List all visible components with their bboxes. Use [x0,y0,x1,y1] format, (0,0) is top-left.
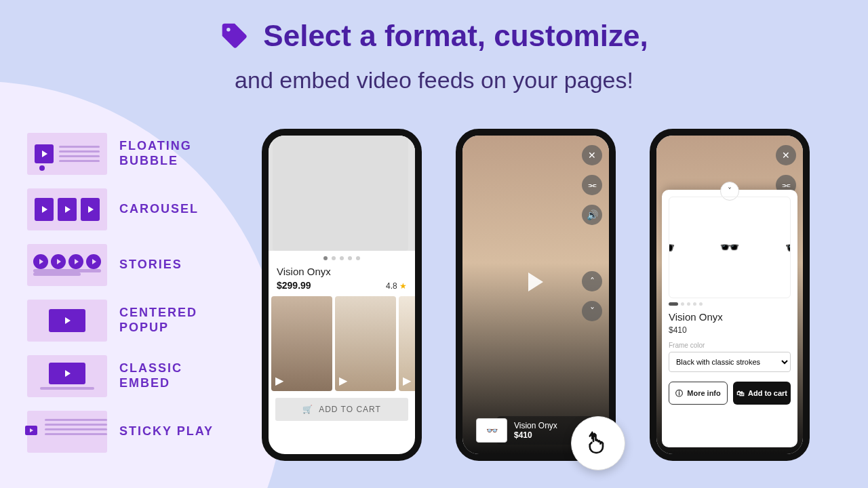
format-sticky-play[interactable]: STICKY PLAY [27,411,214,453]
product-image-carousel[interactable]: 🕶️ 🕶️ 🕶️ [669,197,791,298]
format-list: FLOATING BUBBLE CAROUSEL STORIES CENTERE… [27,133,214,453]
product-price: $410 [514,430,557,440]
chevron-up-icon[interactable]: ˄ [582,271,602,291]
chevron-down-icon[interactable]: ˅ [582,301,602,321]
phone-preview-product-page: Vision Onyx $299.99 4.8 ★ ▶ ▶ ▶ 🛒 ADD TO… [262,129,422,461]
format-label: FLOATING BUBBLE [119,139,214,168]
variant-select[interactable]: Black with classic strokes [669,352,791,372]
video-thumb[interactable]: ▶ [399,296,415,391]
close-icon[interactable]: ✕ [582,145,602,165]
format-label: STORIES [119,258,182,272]
play-icon[interactable] [528,272,543,291]
close-icon[interactable]: ✕ [776,145,796,165]
share-icon[interactable]: ⫘ [582,175,602,195]
video-thumb-row[interactable]: ▶ ▶ ▶ [269,293,415,391]
phone-preview-fullscreen-video: ✕ ⫘ 🔊 ˄ ˅ 👓 Vision Onyx $410 [456,129,616,461]
tag-icon [220,21,250,51]
product-price: $410 [669,325,791,335]
format-stories[interactable]: STORIES [27,244,214,286]
variant-label: Frame color [669,342,791,349]
carousel-dots[interactable] [669,302,791,306]
hero-title: Select a format, customize, [220,19,648,53]
hero-subtitle: and embed video feeds on your pages! [0,67,868,94]
cart-icon: 🛍 [736,389,744,397]
product-price: $299.99 [277,280,331,291]
product-title: Vision Onyx [669,311,791,323]
add-to-cart-button[interactable]: 🛒 ADD TO CART [275,398,408,421]
format-label: CENTERED POPUP [119,306,214,335]
format-carousel[interactable]: CAROUSEL [27,188,214,230]
star-icon: ★ [399,281,407,291]
more-info-button[interactable]: ⓘMore info [669,382,728,405]
format-label: CLASSIC EMBED [119,361,214,390]
play-icon: ▶ [275,374,283,387]
phone-preview-product-sheet: ✕ ⫘ 🔊 ˅ 🕶️ 🕶️ 🕶️ Vision Onyx $410 Frame … [650,129,810,461]
product-rating: 4.8 ★ [386,281,407,291]
product-title: Vision Onyx [514,421,557,430]
format-classic-embed[interactable]: CLASSIC EMBED [27,355,214,397]
add-to-cart-button[interactable]: 🛍Add to cart [733,382,791,405]
product-title: Vision Onyx [277,266,331,277]
video-thumb[interactable]: ▶ [335,296,396,391]
format-floating-bubble[interactable]: FLOATING BUBBLE [27,133,214,175]
cart-icon: 🛒 [302,405,313,414]
format-centered-popup[interactable]: CENTERED POPUP [27,300,214,342]
format-label: STICKY PLAY [119,424,214,439]
play-icon: ▶ [339,374,347,387]
format-label: CAROUSEL [119,202,199,217]
swipe-up-hint [571,416,625,470]
hero-carousel[interactable] [269,136,415,251]
play-icon: ▶ [403,374,411,387]
video-thumb[interactable]: ▶ [271,296,332,391]
info-icon: ⓘ [675,388,683,399]
sound-icon[interactable]: 🔊 [582,205,602,225]
product-thumb: 👓 [476,418,507,443]
product-sheet: ˅ 🕶️ 🕶️ 🕶️ Vision Onyx $410 Frame color … [662,190,797,447]
